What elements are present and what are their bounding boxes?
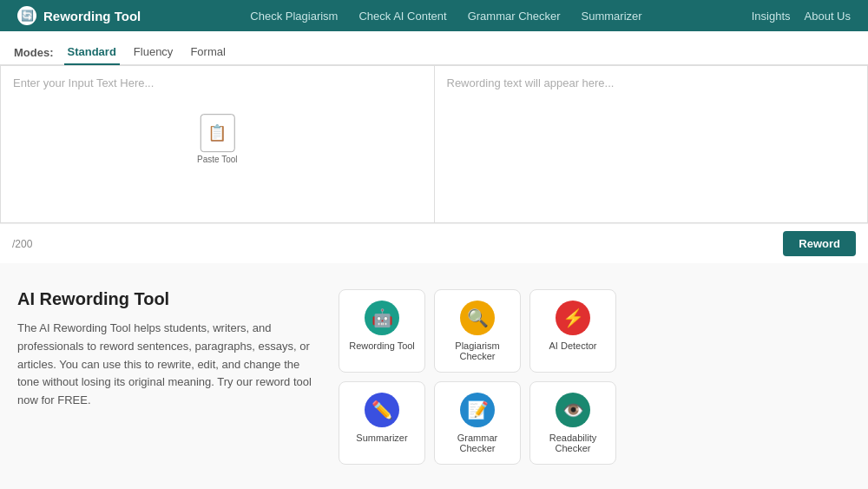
nav-check-ai-content[interactable]: Check AI Content: [358, 10, 446, 23]
tool-card-2[interactable]: ⚡AI Detector: [529, 289, 616, 373]
input-placeholder: Enter your Input Text Here...: [1, 66, 166, 100]
tool-label-1: Plagiarism Checker: [442, 340, 513, 361]
tool-label-5: Readability Checker: [537, 433, 608, 453]
header: 🔄 Rewording Tool Check Plagiarism Check …: [0, 0, 868, 31]
logo-icon: 🔄: [17, 6, 36, 25]
reword-button[interactable]: Reword: [783, 231, 856, 256]
nav-check-plagiarism[interactable]: Check Plagiarism: [250, 10, 338, 23]
output-pane: Rewording text will appear here...: [435, 66, 868, 222]
header-nav: Check Plagiarism Check AI Content Gramma…: [250, 10, 641, 23]
char-count: /200: [12, 238, 32, 250]
tools-description: AI Rewording Tool The AI Rewording Tool …: [17, 289, 312, 410]
tools-section: AI Rewording Tool The AI Rewording Tool …: [0, 263, 868, 482]
tool-icon-2: ⚡: [556, 301, 590, 335]
tool-icon-3: ✏️: [365, 393, 399, 427]
paste-tool[interactable]: 📋 Paste Tool: [197, 114, 238, 164]
nav-insights[interactable]: Insights: [752, 10, 791, 23]
nav-grammar-checker[interactable]: Grammar Checker: [468, 10, 561, 23]
tools-grid: 🤖Rewording Tool🔍Plagiarism Checker⚡AI De…: [339, 289, 616, 465]
tool-card-1[interactable]: 🔍Plagiarism Checker: [434, 289, 521, 373]
main-wrapper: Modes: Standard Fluency Formal Enter you…: [0, 31, 868, 263]
tool-card-0[interactable]: 🤖Rewording Tool: [339, 289, 425, 373]
tool-label-4: Grammar Checker: [442, 433, 513, 453]
tool-icon-5: 👁️: [556, 393, 590, 427]
tool-card-5[interactable]: 👁️Readability Checker: [529, 381, 616, 465]
modes-bar: Modes: Standard Fluency Formal: [0, 31, 868, 65]
tool-icon-1: 🔍: [460, 301, 495, 335]
tool-label-0: Rewording Tool: [349, 340, 415, 351]
tool-card-4[interactable]: 📝Grammar Checker: [434, 381, 521, 465]
tool-icon-4: 📝: [460, 393, 495, 427]
output-placeholder: Rewording text will appear here...: [435, 66, 627, 100]
textarea-footer: /200 Reword: [0, 223, 868, 263]
header-title: Rewording Tool: [43, 9, 141, 23]
paste-icon: 📋: [200, 114, 234, 152]
tab-fluency[interactable]: Fluency: [130, 40, 177, 65]
tool-card-3[interactable]: ✏️Summarizer: [339, 381, 425, 465]
tab-formal[interactable]: Formal: [187, 40, 228, 65]
nav-summarizer[interactable]: Summarizer: [582, 10, 642, 23]
tool-icon-0: 🤖: [365, 301, 399, 335]
header-right: Insights About Us: [752, 10, 851, 23]
text-editor-container: Enter your Input Text Here... 📋 Paste To…: [0, 65, 868, 223]
tools-description-text: The AI Rewording Tool helps students, wr…: [17, 320, 312, 410]
modes-label: Modes:: [14, 46, 54, 59]
nav-about-us[interactable]: About Us: [805, 10, 851, 23]
tab-standard[interactable]: Standard: [64, 40, 120, 65]
tool-label-2: AI Detector: [549, 340, 596, 351]
input-pane: Enter your Input Text Here... 📋 Paste To…: [1, 66, 435, 222]
how-section: How to Use Rewording Tool 📄Enter Input T…: [0, 482, 868, 489]
tool-label-3: Summarizer: [356, 433, 407, 443]
paste-tool-label: Paste Tool: [197, 155, 238, 164]
tools-title: AI Rewording Tool: [17, 289, 312, 309]
header-left: 🔄 Rewording Tool: [17, 6, 141, 25]
